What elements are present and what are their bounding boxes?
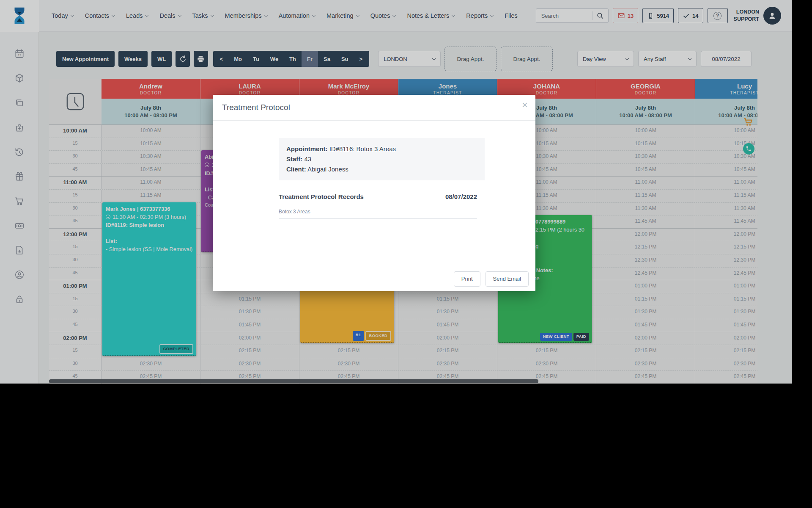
modal-title: Treatment Protocol	[213, 95, 535, 121]
modal-footer: Print Send Email	[213, 266, 535, 291]
treatment-protocol-modal: Treatment Protocol × Appointment: ID#811…	[213, 95, 535, 291]
appointment-info-box: Appointment: ID#8116: Botox 3 AreasStaff…	[279, 138, 485, 180]
info-line-client: Client: Abigail Joness	[286, 164, 477, 174]
records-label: Treatment Protocol Records	[279, 193, 364, 200]
send-email-button[interactable]: Send Email	[486, 271, 529, 287]
records-row: Treatment Protocol Records 08/07/2022	[279, 193, 477, 200]
close-icon[interactable]: ×	[522, 100, 528, 110]
print-record-button[interactable]: Print	[454, 271, 480, 287]
info-line-staff: Staff: 43	[286, 154, 477, 164]
info-line-appointment: Appointment: ID#8116: Botox 3 Areas	[286, 144, 477, 154]
app-window: TodayContactsLeadsDealsTasksMembershipsA…	[0, 0, 792, 384]
record-item[interactable]: Botox 3 Areas	[279, 209, 477, 219]
records-date: 08/07/2022	[445, 193, 477, 200]
